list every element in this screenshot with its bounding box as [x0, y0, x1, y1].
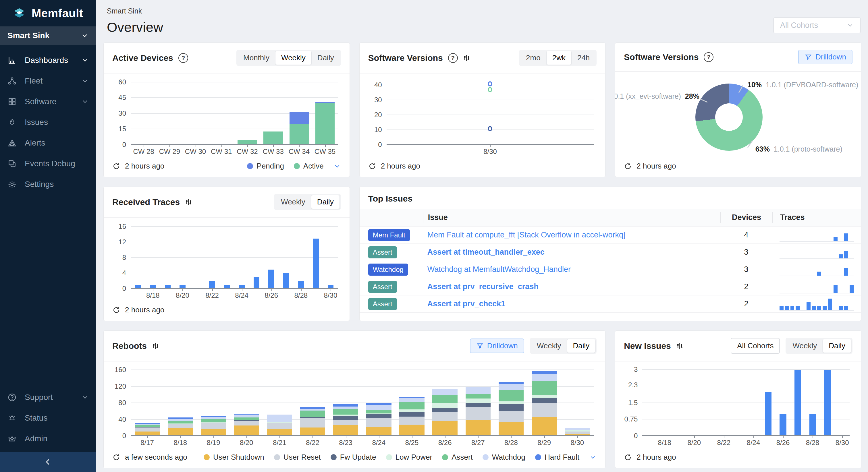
sidebar-item-label: Events Debug	[25, 159, 75, 168]
toggle-weekly[interactable]: Weekly	[787, 339, 823, 352]
active-dot	[294, 163, 300, 169]
legend-item-watchdog[interactable]: Watchdog	[483, 453, 525, 462]
toggle-monthly[interactable]: Monthly	[238, 51, 275, 65]
sidebar-item-admin[interactable]: Admin	[0, 428, 96, 449]
devices-count: 3	[744, 265, 748, 274]
help-icon[interactable]: ?	[178, 53, 188, 63]
dashboard-grid: Active Devices ? Monthly Weekly Daily 01…	[103, 42, 861, 468]
legend-item-pending[interactable]: Pending	[247, 162, 284, 170]
column-issue[interactable]: Issue	[423, 212, 720, 223]
reboots-card: Reboots Drilldown Weekly Daily	[103, 331, 606, 468]
software-versions-donut-card: Software Versions ? Drilldown	[615, 42, 861, 177]
candlestick-icon[interactable]	[185, 198, 194, 207]
issue-link[interactable]: Assert at prv_check1	[427, 300, 505, 308]
toggle-2wk[interactable]: 2wk	[546, 51, 571, 65]
legend-item-assert[interactable]: Assert	[442, 453, 473, 462]
sidebar-item-support[interactable]: Support	[0, 387, 96, 408]
donut-label-xxevt: 1.0.1 (xx_evt-software) 28%	[615, 92, 700, 100]
devices-count: 4	[744, 230, 748, 239]
toggle-daily[interactable]: Daily	[311, 195, 340, 209]
all-cohorts-button[interactable]: All Cohorts	[731, 338, 780, 354]
sidebar-item-alerts[interactable]: Alerts	[0, 133, 96, 153]
devices-count: 3	[744, 248, 748, 256]
devices-count: 2	[744, 282, 748, 291]
toggle-daily[interactable]: Daily	[567, 339, 596, 353]
reboots-range-toggle: Weekly Daily	[530, 338, 597, 354]
updated-text: 2 hours ago	[125, 306, 164, 314]
sidebar-item-issues[interactable]: Issues	[0, 112, 96, 133]
sidebar-item-label: Admin	[25, 434, 48, 443]
table-row[interactable]: Mem Fault Mem Fault at compute_fft [Stac…	[360, 226, 861, 244]
refresh-icon[interactable]	[112, 306, 120, 314]
legend-item-user-reset[interactable]: User Reset	[274, 453, 321, 462]
software-versions-card: Software Versions ? 2mo 2wk 24h 01020304…	[359, 42, 606, 177]
drilldown-button[interactable]: Drilldown	[798, 50, 852, 64]
chevron-down-icon	[81, 57, 89, 64]
toggle-weekly[interactable]: Weekly	[275, 195, 311, 209]
legend-expand-icon[interactable]	[334, 162, 341, 170]
card-title: Active Devices	[112, 53, 173, 63]
sidebar-item-events-debug[interactable]: Events Debug	[0, 153, 96, 174]
sidebar-item-label: Software	[25, 97, 57, 106]
legend-item-user-shutdown[interactable]: User Shutdown	[204, 453, 264, 462]
software-versions-chart: 010203040 8/30	[368, 79, 597, 158]
toggle-weekly[interactable]: Weekly	[275, 51, 312, 65]
refresh-icon[interactable]	[624, 162, 632, 170]
drilldown-button[interactable]: Drilldown	[470, 339, 524, 353]
table-row[interactable]: Assert Assert at timeout_handler_exec 3	[360, 244, 861, 261]
refresh-icon[interactable]	[112, 162, 120, 170]
table-row[interactable]: Watchdog Watchdog at MemfaultWatchdog_Ha…	[360, 261, 861, 278]
flame-icon	[7, 118, 17, 127]
memfault-logo[interactable]: Memfault	[0, 0, 96, 26]
active-devices-chart: 015304560 CW 28CW 29CW 30CW 31CW 32CW 33…	[112, 79, 341, 158]
breadcrumb: Smart Sink	[107, 7, 860, 15]
sidebar-item-software[interactable]: Software	[0, 91, 96, 112]
legend-item-hard-fault[interactable]: Hard Fault	[535, 453, 579, 462]
issue-type-badge: Assert	[368, 281, 397, 293]
toggle-24h[interactable]: 24h	[571, 51, 595, 65]
candlestick-icon[interactable]	[463, 54, 472, 62]
refresh-icon[interactable]	[368, 162, 376, 170]
issue-link[interactable]: Mem Fault at compute_fft [Stack Overflow…	[427, 230, 626, 239]
traces-sparkline	[779, 297, 854, 311]
sidebar-nav: Dashboards Fleet Software	[0, 45, 96, 452]
legend-expand-icon[interactable]	[589, 453, 596, 461]
sidebar-item-settings[interactable]: Settings	[0, 174, 96, 195]
toggle-daily[interactable]: Daily	[312, 51, 340, 65]
toggle-2mo[interactable]: 2mo	[520, 51, 546, 65]
candlestick-icon[interactable]	[676, 342, 685, 350]
legend-item-fw-update[interactable]: Fw Update	[331, 453, 376, 462]
network-icon	[7, 76, 17, 86]
project-selector[interactable]: Smart Sink	[0, 26, 96, 45]
candlestick-icon[interactable]	[152, 342, 161, 350]
help-icon[interactable]: ?	[704, 52, 713, 62]
grid-icon	[7, 97, 17, 106]
legend-item-active[interactable]: Active	[294, 162, 324, 170]
sidebar-item-fleet[interactable]: Fleet	[0, 71, 96, 91]
sidebar-item-status[interactable]: Status	[0, 408, 96, 428]
updated-text: a few seconds ago	[125, 453, 187, 462]
chevron-left-icon	[44, 458, 53, 466]
issue-link[interactable]: Assert at timeout_handler_exec	[427, 248, 545, 256]
issue-link[interactable]: Assert at prv_recursive_crash	[427, 282, 538, 291]
toggle-weekly[interactable]: Weekly	[531, 339, 567, 352]
card-title: Top Issues	[368, 194, 412, 203]
table-row[interactable]: Assert Assert at prv_check1 2	[360, 295, 861, 313]
sidebar-collapse-button[interactable]	[0, 452, 96, 472]
table-row[interactable]: Assert Assert at prv_recursive_crash 2	[360, 278, 861, 295]
refresh-icon[interactable]	[112, 453, 120, 461]
sidebar-item-dashboards[interactable]: Dashboards	[0, 50, 96, 71]
column-traces[interactable]: Traces	[772, 212, 861, 223]
legend-item-low-power[interactable]: Low Power	[386, 453, 433, 462]
issue-type-badge: Mem Fault	[368, 229, 410, 241]
cohort-filter-select[interactable]: All Cohorts	[773, 17, 861, 33]
refresh-icon[interactable]	[624, 453, 632, 461]
toggle-daily[interactable]: Daily	[823, 339, 851, 353]
help-icon[interactable]: ?	[448, 53, 458, 63]
updated-text: 2 hours ago	[125, 162, 164, 170]
updated-text: 2 hours ago	[381, 162, 420, 170]
issue-link[interactable]: Watchdog at MemfaultWatchdog_Handler	[427, 265, 571, 274]
siren-icon	[7, 413, 17, 422]
received-traces-chart: 0481216 8/188/208/228/248/268/288/30	[112, 223, 341, 302]
column-devices[interactable]: Devices	[720, 212, 772, 223]
